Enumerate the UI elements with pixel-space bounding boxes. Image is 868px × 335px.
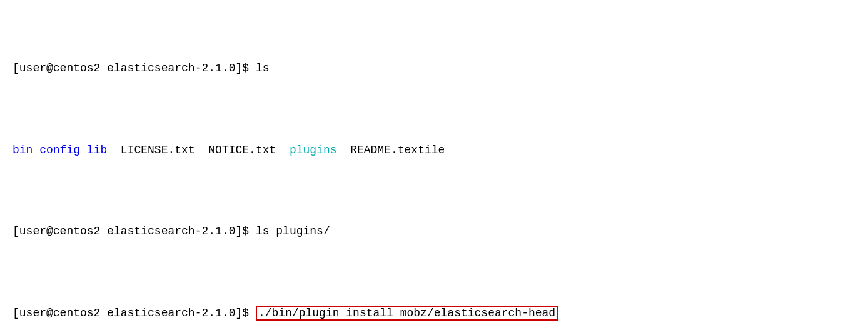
command-highlighted: ./bin/plugin install mobz/elasticsearch-… — [256, 306, 558, 321]
command-1: ls — [256, 62, 270, 74]
output-license: LICENSE.txt NOTICE.txt — [121, 144, 290, 156]
terminal-output: [user@centos2 elasticsearch-2.1.0]$ ls b… — [13, 11, 855, 335]
output-lib: lib — [87, 144, 107, 156]
terminal-line-1: [user@centos2 elasticsearch-2.1.0]$ ls — [13, 60, 855, 76]
prompt-3: [user@centos2 elasticsearch-2.1.0]$ — [13, 225, 256, 238]
terminal-line-4: [user@centos2 elasticsearch-2.1.0]$ ./bi… — [13, 305, 855, 321]
output-readme: README.textile — [350, 144, 445, 156]
terminal-line-2: bin config lib LICENSE.txt NOTICE.txt pl… — [13, 142, 855, 158]
output-plugins: plugins — [290, 144, 337, 156]
command-3: ls plugins/ — [256, 225, 330, 238]
terminal-line-3: [user@centos2 elasticsearch-2.1.0]$ ls p… — [13, 223, 855, 239]
prompt-1: [user@centos2 elasticsearch-2.1.0]$ — [13, 62, 256, 74]
output-bin: bin — [13, 144, 33, 156]
prompt-4: [user@centos2 elasticsearch-2.1.0]$ — [13, 307, 256, 319]
output-config: config — [39, 144, 80, 156]
